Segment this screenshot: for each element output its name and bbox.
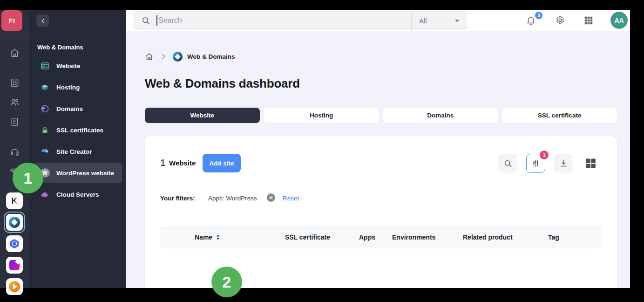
tab-ssl-certificate[interactable]: SSL certificate [502, 108, 617, 123]
sidebar-item-domains[interactable]: Domains [33, 98, 122, 119]
column-header-apps: Apps [359, 226, 375, 248]
reset-filters-link[interactable]: Reset [283, 193, 299, 203]
search-scope-select[interactable]: All [411, 11, 467, 30]
breadcrumb-section-icon [173, 51, 183, 62]
search-icon [503, 159, 512, 168]
sidebar-item-website[interactable]: Website [33, 55, 122, 76]
annotation-badge-2: 2 [211, 267, 242, 297]
sidebar-collapse-button[interactable] [36, 14, 49, 27]
users-icon[interactable] [9, 97, 20, 108]
add-site-button[interactable]: Add site [203, 154, 241, 172]
breadcrumb-section-label[interactable]: Web & Domains [187, 51, 235, 62]
tab-website[interactable]: Website [145, 108, 260, 123]
filters-label: Your filters: [160, 193, 195, 203]
breadcrumb-home-icon[interactable] [145, 51, 154, 62]
web-domains-app-icon[interactable] [6, 214, 23, 231]
main-content: Web & Domains Web & Domains dashboard We… [126, 31, 630, 288]
sidebar-item-ssl-certificates[interactable]: SSL certificates [33, 120, 122, 140]
filter-sliders-icon [531, 159, 540, 168]
brand-logo[interactable]: FI [1, 10, 22, 31]
cloud-icon [40, 190, 50, 199]
tab-domains[interactable]: Domains [383, 108, 498, 123]
search-icon [141, 16, 150, 25]
stream-app-icon[interactable] [6, 278, 23, 295]
sidebar-item-hosting[interactable]: Hosting [33, 77, 122, 97]
column-header-name[interactable]: Name [195, 226, 220, 248]
filter-count-badge: 1 [540, 151, 549, 159]
lock-icon [40, 125, 50, 135]
app-window: FI K [0, 0, 644, 302]
page-title: Web & Domains dashboard [145, 76, 300, 91]
caret-down-icon [454, 19, 460, 22]
sidebar-title: Web & Domains [37, 44, 83, 51]
ksuite-app-icon[interactable]: K [6, 192, 23, 209]
hosting-icon [40, 82, 50, 92]
website-icon [40, 61, 50, 71]
search-input[interactable] [158, 11, 354, 30]
app-launcher-grid-icon[interactable] [583, 15, 594, 26]
column-header-tag: Tag [548, 226, 559, 248]
topbar: All 3 AA [126, 10, 630, 31]
tab-hosting[interactable]: Hosting [264, 108, 379, 123]
breadcrumb-chevron-icon [162, 51, 166, 62]
rail-divider [0, 35, 29, 35]
cube-logo [9, 238, 20, 249]
website-count-label: Website [169, 159, 196, 167]
download-button[interactable] [554, 154, 573, 173]
website-count: 1 [160, 157, 166, 168]
home-icon[interactable] [9, 48, 20, 58]
table-search-button[interactable] [498, 154, 517, 173]
sidebar-item-site-creator[interactable]: Site Creator [33, 141, 122, 162]
download-icon [559, 159, 568, 168]
tab-bar: Website Hosting Domains SSL certificate [145, 108, 617, 123]
text-cursor [156, 15, 157, 26]
filter-button[interactable]: 1 [526, 154, 545, 173]
notification-count-badge: 3 [535, 12, 542, 19]
support-icon[interactable] [9, 146, 20, 157]
user-avatar[interactable]: AA [610, 12, 628, 29]
remove-filter-icon[interactable] [267, 193, 275, 202]
sidebar-divider [29, 35, 126, 35]
website-list-card: 1 Website Add site 1 Your filters: Apps:… [145, 136, 617, 288]
organization-icon[interactable] [9, 117, 20, 127]
paint-roller-icon [40, 147, 50, 157]
app-rail: FI K [0, 10, 29, 288]
sort-icon[interactable] [216, 234, 220, 240]
filter-chip-apps-wordpress: Apps: WordPress [208, 193, 257, 203]
table-header: Name SSL certificate Apps Environments R… [160, 226, 602, 248]
media-logo [9, 260, 20, 270]
globe-icon [40, 104, 50, 114]
search-scope-value: All [419, 17, 454, 25]
grid-view-toggle-icon[interactable] [584, 157, 597, 170]
sidebar-item-wordpress-website[interactable]: W WordPress website [33, 163, 122, 183]
sidebar-item-cloud-servers[interactable]: Cloud Servers [33, 184, 122, 205]
column-header-related-product: Related product [463, 226, 513, 248]
stream-logo [9, 281, 20, 292]
ksuite-glyph: K [12, 196, 18, 206]
settings-gear-icon[interactable] [555, 15, 565, 26]
search-bar: All [134, 11, 467, 30]
notifications-bell-icon[interactable] [526, 15, 536, 26]
column-header-ssl: SSL certificate [285, 226, 330, 248]
billing-icon[interactable] [9, 77, 20, 88]
chevron-left-icon [40, 18, 46, 24]
media-app-icon[interactable] [6, 257, 23, 274]
annotation-badge-1: 1 [13, 163, 43, 193]
web-domains-logo [9, 217, 20, 228]
column-header-environments: Environments [392, 226, 435, 248]
sidebar: Web & Domains Website Hosting Domains SS… [29, 10, 126, 288]
cloud-app-icon[interactable] [6, 235, 23, 252]
